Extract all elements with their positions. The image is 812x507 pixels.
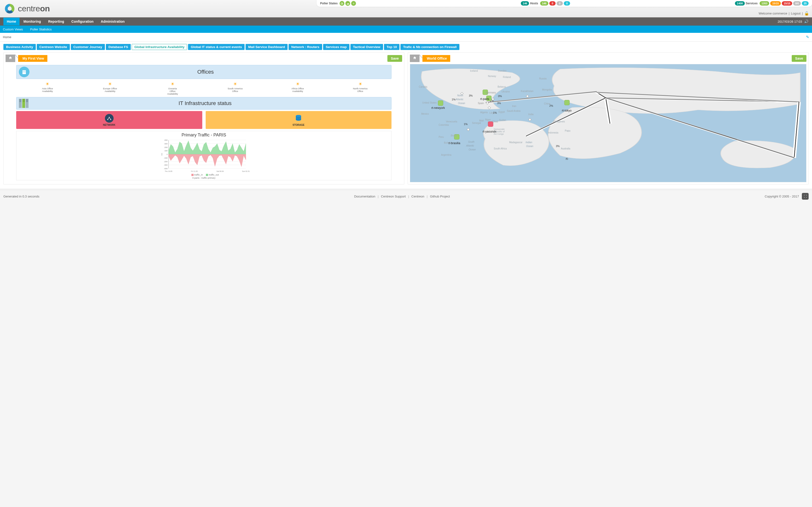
footer-support[interactable]: Centreon Support xyxy=(381,194,406,198)
tab-top10[interactable]: Top 10 xyxy=(384,44,400,50)
logout-link[interactable]: Logout xyxy=(791,12,801,15)
tab-tactical-overview[interactable]: Tactical Overview xyxy=(350,44,383,50)
services-ok-badge[interactable]: 1353 xyxy=(760,1,769,6)
subnav-poller-stats[interactable]: Poller Statistics xyxy=(29,26,53,33)
services-warning-badge[interactable]: 15/15 xyxy=(770,1,781,6)
map-text: Chad xyxy=(492,120,498,123)
subnav-custom-views[interactable]: Custom Views xyxy=(2,26,24,33)
nav-home[interactable]: Home xyxy=(3,18,19,25)
poller-cloud-icon[interactable]: ☁ xyxy=(345,1,350,6)
map-pct: 1% xyxy=(464,123,468,125)
tab-traffic-firewall[interactable]: Trafic & Nb connection on Firewall xyxy=(400,44,459,50)
nav-reporting[interactable]: Reporting xyxy=(45,18,67,25)
services-pending-badge[interactable]: 25 xyxy=(802,1,809,6)
office-availability-row: ☀Asia Office Availability ☀Europe Office… xyxy=(16,81,392,95)
volume-icon[interactable]: 🔊 xyxy=(804,19,809,24)
hosts-unreachable-badge[interactable]: 0 xyxy=(557,1,563,6)
widget-world-office: World Office Save 1% 3% 1% 3% 0% 1% xyxy=(408,52,809,184)
centreon-logo-icon xyxy=(4,3,15,14)
map-text: China xyxy=(544,102,550,105)
offices-bar[interactable]: Offices xyxy=(16,65,392,79)
sun-south-america[interactable]: ☀South America Office xyxy=(227,81,243,95)
footer: Generated in 0.3 seconds Documentation| … xyxy=(0,190,812,203)
tab-network-routers[interactable]: Network : Routers xyxy=(289,44,322,50)
services-total-badge[interactable]: 1408 xyxy=(735,1,745,6)
svg-rect-16 xyxy=(26,100,28,100)
map-text: Germany xyxy=(486,91,496,94)
widget-my-first-view: My First View Save Offices ☀Asia Office … xyxy=(3,52,404,184)
sun-oceania[interactable]: ☀Oceania Office Availability xyxy=(165,81,180,95)
chart-legend: traffic_in traffic_out xyxy=(18,173,389,176)
sun-north-america[interactable]: ☀North America Office xyxy=(353,81,368,95)
map-pct: 3% xyxy=(556,145,560,148)
sun-icon: ☀ xyxy=(227,81,243,87)
unlock-icon[interactable]: 🔓 xyxy=(804,11,809,16)
widget-name-tab[interactable]: My First View xyxy=(18,55,47,62)
edit-pencil-icon[interactable]: ✎ xyxy=(806,35,809,39)
hosts-ok-badge[interactable]: 146 xyxy=(540,1,548,6)
footer-github[interactable]: Github Project xyxy=(430,194,450,198)
sun-europe[interactable]: ☀Europe Office Availability xyxy=(102,81,117,95)
svg-text:-30M: -30M xyxy=(164,164,168,166)
tab-business-activity[interactable]: Business Activity xyxy=(3,44,36,50)
network-tile[interactable]: NETWORK xyxy=(16,111,202,129)
widget-home-tab[interactable] xyxy=(6,55,15,62)
generated-text: Generated in 0.3 seconds xyxy=(3,194,39,198)
poller-clock-icon[interactable]: ◷ xyxy=(340,1,344,6)
map-lbl-rtcut: rt- xyxy=(566,157,568,161)
view-tabs: Business Activity Centreon Website Custo… xyxy=(0,42,812,51)
map-lbl-tokyo: rt-tokyo xyxy=(562,109,571,112)
tab-services-map[interactable]: Services map xyxy=(323,44,349,50)
chart-subtitle: rt-paris - traffic-primary xyxy=(18,176,389,179)
sun-asia[interactable]: ☀Asia Office Availability xyxy=(40,81,55,95)
map-node-newyork[interactable] xyxy=(438,101,443,106)
widget-home-tab-right[interactable] xyxy=(410,55,419,62)
tab-mail-dashboard[interactable]: Mail Service Dashboard xyxy=(246,44,288,50)
svg-text:Sun 01:51: Sun 01:51 xyxy=(242,170,250,172)
fullscreen-icon[interactable]: ⛶ xyxy=(802,193,809,200)
map-pct: 3% xyxy=(497,102,501,105)
map-text: Atlantic xyxy=(466,145,474,147)
hosts-pending-badge[interactable]: 0 xyxy=(564,1,570,6)
services-summary: 1408 Services 1353 15/15 15/15 0/0 25 xyxy=(735,1,809,6)
nav-administration[interactable]: Administration xyxy=(97,18,128,25)
infra-bar[interactable]: IT Infrastructure status xyxy=(16,97,392,110)
nav-monitoring[interactable]: Monitoring xyxy=(20,18,44,25)
breadcrumb[interactable]: Home xyxy=(3,35,11,39)
hosts-down-badge[interactable]: 0 xyxy=(549,1,556,6)
svg-text:-20M: -20M xyxy=(164,161,168,163)
widget-name-tab-right[interactable]: World Office xyxy=(422,55,450,62)
nav-configuration[interactable]: Configuration xyxy=(68,18,97,25)
widget-header-right: World Office Save xyxy=(410,55,806,62)
map-text: Iceland xyxy=(470,69,478,72)
tab-global-infra[interactable]: Global Infrastructure Availability xyxy=(132,44,187,50)
traffic-chart: Primary Traffic - PARIS 40M30M20M10M0-10… xyxy=(16,131,392,180)
world-map[interactable]: 1% 3% 1% 3% 0% 1% 1% 2% 3% rt-n xyxy=(410,64,806,182)
save-button-left[interactable]: Save xyxy=(388,55,402,62)
hosts-total-badge[interactable]: 146 xyxy=(521,1,529,6)
tab-global-it-status[interactable]: Global IT status & current events xyxy=(188,44,245,50)
tab-customer-journey[interactable]: Customer Journey xyxy=(71,44,105,50)
map-text: South xyxy=(468,140,474,143)
svg-text:10M: 10M xyxy=(164,150,168,152)
copyright: Copyright © 2005 - 2017 xyxy=(765,194,799,198)
footer-documentation[interactable]: Documentation xyxy=(354,194,375,198)
map-text: Iran xyxy=(512,105,516,107)
map-pct: 0% xyxy=(498,95,502,98)
map-text: India xyxy=(528,113,534,116)
sun-africa[interactable]: ☀Africa Office Availability xyxy=(290,81,305,95)
map-text: Niger xyxy=(485,118,491,121)
sep: | xyxy=(802,12,803,15)
footer-centreon[interactable]: Centreon xyxy=(411,194,424,198)
svg-point-21 xyxy=(110,119,111,120)
map-node-tokyo[interactable] xyxy=(564,100,570,105)
save-button-right[interactable]: Save xyxy=(792,55,806,62)
map-text: Atlantic xyxy=(456,98,463,101)
poller-db-icon[interactable]: ≡ xyxy=(351,1,356,6)
storage-tile[interactable]: STORAGE xyxy=(206,111,392,129)
tab-database-fs[interactable]: Database FS xyxy=(106,44,131,50)
services-unknown-badge[interactable]: 0/0 xyxy=(793,1,801,6)
tab-centreon-website[interactable]: Centreon Website xyxy=(37,44,70,50)
services-critical-badge[interactable]: 15/15 xyxy=(782,1,793,6)
logo[interactable]: centreon xyxy=(4,3,50,14)
